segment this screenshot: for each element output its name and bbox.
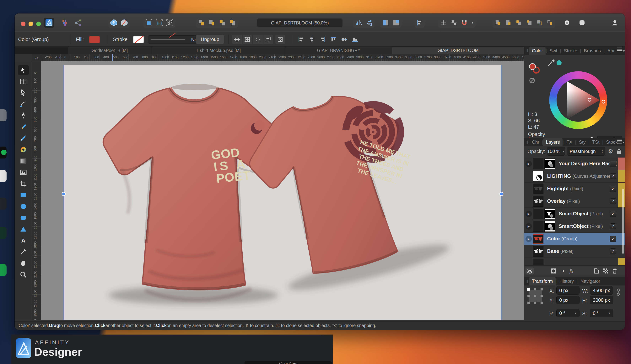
mirror-icon[interactable] [253,35,263,44]
cycle-selection-icon[interactable] [275,35,285,44]
move-to-back-icon[interactable] [524,18,534,28]
layers-tab-fx[interactable]: FX [564,138,575,146]
layer-row-partial[interactable] [524,258,625,265]
align-middle-v-icon[interactable] [339,35,349,44]
trash-icon[interactable] [610,268,619,274]
layer-visibility-checkbox[interactable]: ✓ [610,186,616,192]
node-tool[interactable] [18,88,29,98]
expand-chevron-icon[interactable]: ▶ [526,223,532,230]
layer-row-smartobject[interactable]: ▶SmartObject (Pixel)✓ [524,208,625,220]
layer-visibility-checkbox[interactable]: ✓ [610,173,616,179]
ungroup-button[interactable]: Ungroup [195,32,225,46]
layer-row-lighting[interactable]: LIGHTING (Curves Adjustment)✓ [524,170,625,182]
blend-mode-select[interactable]: Passthrough ▲▼ [567,147,605,156]
titlebar[interactable]: GIAP_DSRTBLOOM (50.0%) [15,14,625,32]
color-picker-tool[interactable] [18,247,29,257]
layers-tab-layers[interactable]: Layers [543,138,562,146]
order-forward-icon[interactable] [207,18,217,28]
align-left-icon[interactable] [296,35,306,44]
transparency-tool[interactable] [18,156,29,166]
align-bottom-icon[interactable] [350,35,360,44]
marquee-shapes-icon[interactable] [165,18,175,28]
gear-icon[interactable]: ⚙ [608,148,613,155]
expand-chevron-icon[interactable]: ▶ [526,211,532,217]
expand-chevron-icon[interactable]: ▶ [526,236,532,242]
fx-icon[interactable]: fx [567,268,576,274]
layer-thumbnail[interactable] [533,234,543,244]
layers-opacity-field[interactable]: 100 %▼ [547,147,565,156]
studio-tab-navigator[interactable]: Navigator [578,277,603,286]
expand-chevron-icon[interactable]: ▶ [526,160,532,167]
layers-stack-icon[interactable] [526,268,534,274]
document-tab-3[interactable]: GIAP_BRWNISHGRY [285,46,392,54]
new-layer-icon[interactable] [592,268,601,274]
layers-tab-chr[interactable]: Chr [529,138,542,146]
layer-thumbnail[interactable] [533,184,543,194]
color-wheel[interactable] [549,71,607,129]
cloud-upload-icon[interactable] [109,18,119,28]
layer-mask-thumbnail[interactable] [544,221,555,232]
adjustment-icon[interactable]: ◑ [559,268,567,274]
mask-icon[interactable] [549,268,557,274]
layer-row-smartobject[interactable]: ▶SmartObject (Pixel)✓ [524,220,625,233]
layer-thumbnail[interactable] [533,196,543,207]
s-field[interactable]: 0 °▼ [590,309,613,318]
layer-row-your-design-here-back-[interactable]: ▶Your Design Here Back ( [524,158,625,170]
color-tab-stroke[interactable]: Stroke [561,46,580,55]
fill-swatch[interactable] [89,32,100,46]
move-forward-icon[interactable] [503,18,513,28]
layer-thumbnail[interactable] [533,158,543,169]
flip-horizontal-icon[interactable] [354,18,364,28]
color-tab-apr[interactable]: Apr [605,46,617,55]
color-tab-swt[interactable]: Swt [547,46,560,55]
layers-panel-menu-icon[interactable] [617,140,622,141]
group-icon[interactable] [535,18,545,28]
vector-brush-tool[interactable] [18,133,29,143]
layer-row-base[interactable]: Base (Pixel)✓ [524,245,625,258]
corner-tool[interactable] [18,99,29,109]
studio-tab-transform[interactable]: Transform [529,277,555,286]
align-center-h-icon[interactable] [307,35,317,44]
rotate-right-icon[interactable] [391,18,401,28]
color-tab-brushes[interactable]: Brushes [581,46,604,55]
anchor-point-widget[interactable] [527,288,544,304]
place-image-tool[interactable] [18,167,29,178]
align-right-icon[interactable] [318,35,327,44]
layers-tab-sty[interactable]: Sty [576,138,588,146]
h-field[interactable]: 3000 px [590,296,613,304]
selection-handle-left[interactable] [62,192,65,196]
rotate-left-icon[interactable] [381,18,391,28]
move-tool[interactable] [18,65,29,75]
order-back-icon[interactable] [228,18,238,28]
layer-visibility-checkbox[interactable]: ✓ [610,198,616,204]
vertical-ruler[interactable]: 0100200300400500600700800900100011001200… [32,61,41,320]
layer-thumbnail[interactable] [533,171,543,182]
ellipse-tool[interactable] [18,202,29,212]
ungroup-icon[interactable] [545,18,555,28]
align-top-icon[interactable] [329,35,338,44]
color-tab-color[interactable]: Color [529,46,546,55]
layer-visibility-checkbox[interactable] [610,161,616,167]
layer-thumbnail[interactable] [533,208,543,219]
minimize-button[interactable] [29,22,33,26]
magnet-dropdown-icon[interactable]: ▾ [470,18,475,28]
eyedropper-icon[interactable] [547,58,564,67]
rectangle-tool[interactable] [18,190,29,200]
layer-visibility-checkbox[interactable]: ✓ [610,224,616,230]
hue-selector[interactable] [602,100,605,103]
pattern-icon[interactable] [601,268,610,274]
vector-crop-tool[interactable] [18,179,29,189]
artboard-tool[interactable] [18,76,29,86]
layer-row-overlay[interactable]: Overlay (Pixel)✓ [524,195,625,208]
document-tab-1[interactable]: GodIsaPoet_B [M] [68,46,151,54]
artistic-text-tool[interactable] [18,236,29,246]
cloud-offline-icon[interactable] [119,18,129,28]
transform-origin-icon[interactable] [232,35,242,44]
y-field[interactable]: 0 px [556,296,579,304]
layer-row-highlight[interactable]: Highlight (Pixel)✓ [524,182,625,195]
horizontal-ruler[interactable]: -200-10001002003004005006007008009001000… [41,54,524,61]
layer-visibility-checkbox[interactable]: ✓ [610,248,616,254]
fill-tool[interactable] [18,145,29,155]
layers-tab-stock[interactable]: Stock [603,138,620,146]
app-icon[interactable] [44,18,54,28]
